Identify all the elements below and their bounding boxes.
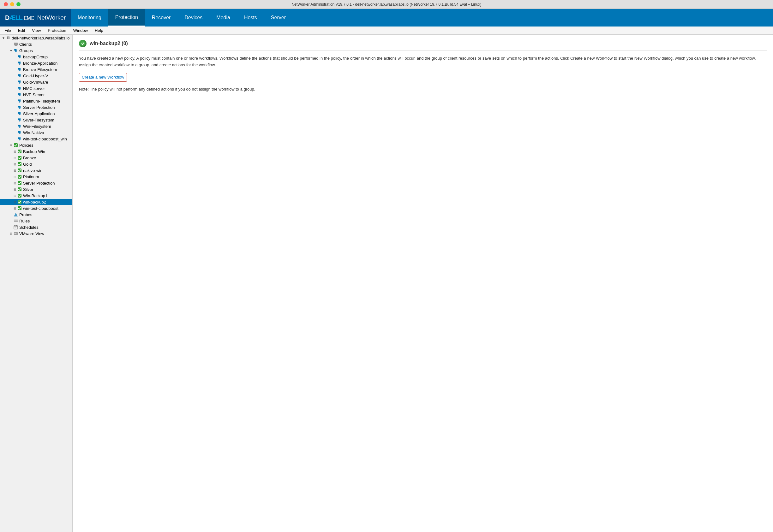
svg-rect-57 [18,206,21,210]
nav-server[interactable]: Server [264,9,293,27]
rules-icon [13,218,18,223]
svg-point-31 [19,107,21,109]
policy-icon [17,180,22,186]
content-body: You have created a new policy. A policy … [79,55,767,93]
probes-icon [13,212,18,217]
sidebar-item-win-test-cloudboost[interactable]: ⊞ win-test-cloudboost [0,205,72,211]
sidebar: ▼ 🖥 dell-networker.lab.wasabilabs.io Cli… [0,35,73,532]
sidebar-item-gold-vmware[interactable]: Gold-Vmware [0,79,72,85]
sidebar-item-server-protection-policy[interactable]: ⊞ Server Protection [0,180,72,186]
policy-label: Bronze [23,156,36,160]
sidebar-item-bronze-filesystem[interactable]: Bronze-Filesystem [0,66,72,73]
root-label: dell-networker.lab.wasabilabs.io [12,36,70,40]
schedules-icon: 14 [13,225,18,230]
sidebar-item-policies[interactable]: ▼ Policies [0,142,72,148]
window-title: NetWorker Administration V19.7.0.1 - del… [291,2,481,7]
group-item-icon [17,98,22,103]
sidebar-item-vmware[interactable]: ⊞ VM VMware View [0,230,72,237]
sidebar-item-win-nakivo[interactable]: Win-Nakivo [0,129,72,136]
policy-label: Gold [23,162,32,167]
sidebar-item-nmc-server[interactable]: NMC server [0,85,72,92]
create-workflow-link[interactable]: Create a new Workflow [79,73,127,82]
sidebar-item-nve-server[interactable]: NVE Server [0,92,72,98]
svg-point-25 [19,94,21,96]
close-button[interactable] [4,2,8,6]
sidebar-item-schedules[interactable]: 14 Schedules [0,224,72,230]
menu-view[interactable]: View [29,27,44,33]
groups-label: Groups [19,48,33,53]
sidebar-root[interactable]: ▼ 🖥 dell-networker.lab.wasabilabs.io [0,35,72,41]
svg-rect-54 [18,187,21,191]
maximize-button[interactable] [16,2,21,6]
sidebar-item-backupGroup[interactable]: backupGroup [0,54,72,60]
svg-rect-51 [18,168,21,172]
sidebar-item-groups[interactable]: ▼ Groups [0,47,72,54]
nav-recover[interactable]: Recover [145,9,178,27]
sidebar-item-gold[interactable]: ⊞ Gold [0,161,72,167]
menubar: File Edit View Protection Window Help [0,27,773,35]
policy-icon [17,206,22,211]
groups-expander: ▼ [9,48,13,53]
group-item-icon [17,136,22,141]
sidebar-item-gold-hyperv[interactable]: Gold-Hyper-V [0,73,72,79]
policy-header-icon [79,40,86,47]
svg-point-69 [80,41,85,46]
sidebar-item-probes[interactable]: Probes [0,211,72,218]
menu-file[interactable]: File [1,27,14,33]
sidebar-item-win-backup2[interactable]: ⊞ win-backup2 [0,199,72,205]
policy-label: Platinum [23,174,39,179]
policy-icon [17,162,22,167]
content-description: You have created a new policy. A policy … [79,55,767,68]
 [13,55,17,59]
policy-icon [17,193,22,198]
menu-edit[interactable]: Edit [15,27,28,33]
minimize-button[interactable] [10,2,14,6]
nav-hosts[interactable]: Hosts [237,9,264,27]
sidebar-item-server-protection-group[interactable]: Server Protection [0,104,72,110]
sidebar-item-clients[interactable]: Clients [0,41,72,47]
policy-icon [17,149,22,154]
svg-point-37 [19,120,21,121]
svg-rect-50 [18,162,21,166]
sidebar-item-platinum-filesystem[interactable]: Platinum-Filesystem [0,98,72,104]
group-item-label: Win-Filesystem [23,124,51,129]
titlebar: NetWorker Administration V19.7.0.1 - del… [0,0,773,9]
sidebar-item-silver-application[interactable]: Silver-Application [0,110,72,117]
svg-rect-49 [18,156,21,160]
group-item-label: Bronze-Filesystem [23,67,57,72]
sidebar-item-backup-win[interactable]: ⊞ Backup-Win [0,148,72,155]
nav-items: Monitoring Protection Recover Devices Me… [71,9,293,27]
menu-help[interactable]: Help [92,27,106,33]
sidebar-item-platinum[interactable]: ⊞ Platinum [0,174,72,180]
menu-window[interactable]: Window [70,27,91,33]
sidebar-item-rules[interactable]: Rules [0,218,72,224]
group-item-icon [17,54,22,59]
sidebar-item-win-test-cloudboost-win[interactable]: win-test-cloudboost_win [0,136,72,142]
svg-point-46 [19,139,21,140]
svg-point-7 [19,56,21,58]
nav-protection[interactable]: Protection [108,9,145,27]
sidebar-item-bronze[interactable]: ⊞ Bronze [0,155,72,161]
policy-label: win-backup2 [23,200,46,204]
sidebar-item-nakivo-win[interactable]: ⊞ nakivo-win [0,167,72,174]
sidebar-item-win-backup1[interactable]: ⊞ Win-Backup1 [0,192,72,199]
schedules-label: Schedules [19,225,39,230]
sidebar-item-silver-filesystem[interactable]: Silver-Filesystem [0,117,72,123]
svg-point-10 [19,63,21,65]
svg-rect-1 [15,45,17,46]
content-title: win-backup2 (0) [90,41,128,46]
svg-point-16 [19,75,21,77]
nav-media[interactable]: Media [209,9,237,27]
sidebar-item-bronze-application[interactable]: Bronze-Application [0,60,72,66]
nav-monitoring[interactable]: Monitoring [71,9,108,27]
group-item-label: Silver-Application [23,111,55,116]
policy-icon [17,168,22,173]
nav-devices[interactable]: Devices [177,9,209,27]
root-expander: ▼ [1,36,6,40]
svg-text:VM: VM [14,233,17,234]
sidebar-item-silver[interactable]: ⊞ Silver [0,186,72,192]
svg-rect-48 [18,150,21,153]
menu-protection[interactable]: Protection [45,27,69,33]
sidebar-item-win-filesystem[interactable]: Win-Filesystem [0,123,72,129]
policies-icon [13,143,18,148]
